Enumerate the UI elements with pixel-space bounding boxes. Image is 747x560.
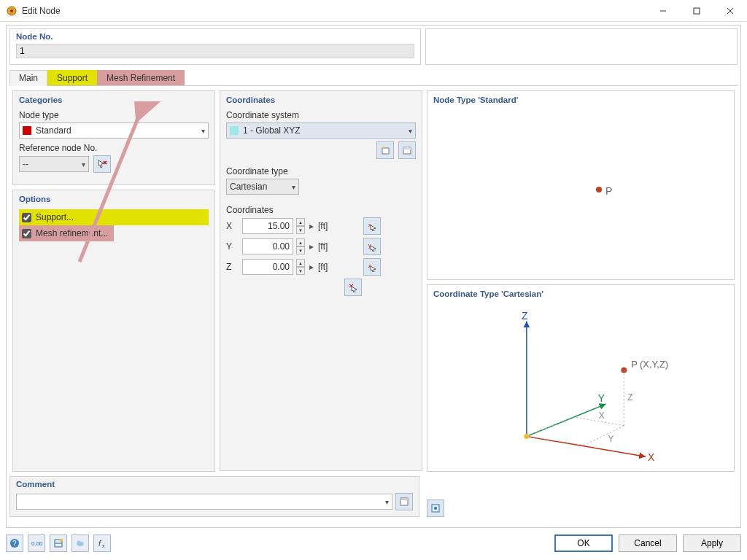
y-label: Y — [226, 241, 239, 252]
tab-main[interactable]: Main — [9, 70, 47, 86]
svg-text:f: f — [98, 539, 101, 548]
svg-text:X: X — [648, 451, 654, 463]
svg-rect-36 — [400, 498, 408, 500]
chevron-down-icon: ▾ — [82, 160, 85, 168]
swap-icon[interactable]: ▸ — [308, 221, 315, 231]
coordinate-type-preview: Coordinate Type 'Cartesian' Z Y X — [427, 284, 735, 472]
node-number-label: Node No. — [16, 32, 414, 41]
ok-button[interactable]: OK — [554, 534, 613, 552]
function-button[interactable]: fx — [93, 534, 111, 552]
comment-edit-button[interactable] — [395, 493, 413, 510]
pick-y-button[interactable]: y — [363, 238, 381, 255]
svg-point-45 — [60, 539, 63, 542]
coordinate-system-label: Coordinate system — [226, 110, 416, 120]
y-stepper[interactable]: ▲▼ — [296, 238, 305, 254]
node-type-swatch — [23, 126, 31, 135]
coordinate-type-combo[interactable]: Cartesian ▾ — [226, 179, 299, 195]
coordinates-sub-label: Coordinates — [226, 205, 416, 215]
svg-point-47 — [77, 541, 81, 545]
close-button[interactable] — [713, 0, 747, 22]
coordinate-system-swatch — [230, 126, 239, 135]
pick-x-button[interactable]: x — [363, 217, 381, 235]
x-stepper[interactable]: ▲▼ — [296, 218, 305, 234]
swap-icon[interactable]: ▸ — [308, 262, 315, 272]
node-type-label: Node type — [19, 110, 209, 120]
reference-node-label: Reference node No. — [19, 143, 209, 153]
svg-point-1 — [10, 9, 13, 12]
coordinate-system-value: 1 - Global XYZ — [243, 125, 409, 136]
svg-point-24 — [524, 434, 529, 439]
cancel-button[interactable]: Cancel — [619, 534, 677, 552]
bottom-toolbar: ? 0.00 fx OK Cancel Apply — [6, 532, 741, 554]
pick-point-button[interactable] — [344, 279, 362, 296]
categories-header: Categories — [19, 96, 209, 104]
mesh-refinement-checkbox-label: Mesh refinement... — [36, 228, 108, 238]
apply-button[interactable]: Apply — [683, 534, 741, 552]
coordinates-header: Coordinates — [226, 96, 416, 104]
chevron-down-icon: ▾ — [292, 183, 295, 191]
reference-node-combo[interactable]: -- ▾ — [19, 156, 89, 172]
svg-point-25 — [621, 368, 627, 373]
svg-rect-8 — [382, 148, 389, 154]
mesh-refinement-checkbox[interactable] — [22, 229, 31, 238]
comment-panel: Comment ▾ — [9, 476, 419, 517]
window-title: Edit Node — [22, 6, 646, 16]
svg-text:0.00: 0.00 — [31, 540, 42, 547]
swap-icon[interactable]: ▸ — [308, 241, 315, 252]
svg-rect-3 — [694, 8, 700, 14]
svg-text:Z: Z — [627, 392, 632, 402]
support-checkbox-label: Support... — [36, 212, 74, 222]
chevron-down-icon: ▾ — [409, 127, 412, 135]
z-stepper[interactable]: ▲▼ — [296, 259, 305, 275]
categories-panel: Categories Node type Standard ▾ Referenc… — [12, 90, 215, 185]
options-panel: Options Support... Mesh refinement... — [12, 190, 215, 472]
support-checkbox[interactable] — [22, 213, 31, 222]
svg-point-17 — [596, 187, 602, 192]
titlebar: Edit Node — [0, 0, 747, 22]
z-label: Z — [226, 262, 239, 272]
show-in-model-button[interactable] — [427, 499, 444, 517]
svg-text:x: x — [102, 543, 105, 548]
mesh-refinement-checkbox-row[interactable]: Mesh refinement... — [19, 225, 114, 241]
svg-text:P (X,Y,Z): P (X,Y,Z) — [631, 359, 668, 370]
maximize-button[interactable] — [680, 0, 713, 22]
pick-z-button[interactable]: z — [363, 258, 381, 276]
reference-node-value: -- — [23, 159, 82, 169]
node-type-combo[interactable]: Standard ▾ — [19, 122, 209, 139]
comment-combo[interactable]: ▾ — [16, 494, 392, 510]
minimize-button[interactable] — [646, 0, 680, 22]
tab-mesh-refinement[interactable]: Mesh Refinement — [97, 70, 185, 85]
chevron-down-icon: ▾ — [385, 498, 389, 506]
x-input[interactable]: 15.00 — [242, 218, 293, 234]
z-input[interactable]: 0.00 — [242, 259, 293, 275]
coordinate-system-combo[interactable]: 1 - Global XYZ ▾ — [226, 122, 416, 139]
cloud-button[interactable] — [71, 534, 89, 552]
x-unit: [ft] — [318, 221, 336, 231]
view-button[interactable] — [50, 534, 67, 552]
node-number-panel: Node No. — [9, 28, 421, 65]
tab-support[interactable]: Support — [47, 70, 97, 85]
node-number-input[interactable] — [16, 44, 414, 58]
node-type-value: Standard — [36, 125, 201, 136]
y-input[interactable]: 0.00 — [242, 238, 293, 254]
x-label: X — [226, 221, 239, 231]
pick-reference-node-button[interactable] — [93, 155, 111, 173]
z-unit: [ft] — [318, 262, 336, 272]
new-coordinate-system-button[interactable] — [376, 141, 394, 159]
help-button[interactable]: ? — [6, 534, 23, 552]
svg-point-38 — [434, 507, 437, 510]
node-type-preview: Node Type 'Standard' P — [427, 90, 735, 280]
coordinate-type-value: Cartesian — [230, 182, 292, 192]
point-label: P — [605, 185, 612, 197]
coordinate-system-library-button[interactable] — [398, 141, 416, 159]
support-checkbox-row[interactable]: Support... — [19, 209, 209, 225]
svg-text:X: X — [599, 411, 605, 421]
svg-text:Y: Y — [598, 392, 605, 404]
options-header: Options — [19, 195, 209, 203]
svg-text:?: ? — [12, 540, 17, 548]
svg-text:Z: Z — [522, 310, 528, 322]
svg-text:Y: Y — [608, 434, 614, 444]
units-button[interactable]: 0.00 — [28, 534, 45, 552]
y-unit: [ft] — [318, 241, 336, 252]
comment-header: Comment — [16, 480, 413, 489]
